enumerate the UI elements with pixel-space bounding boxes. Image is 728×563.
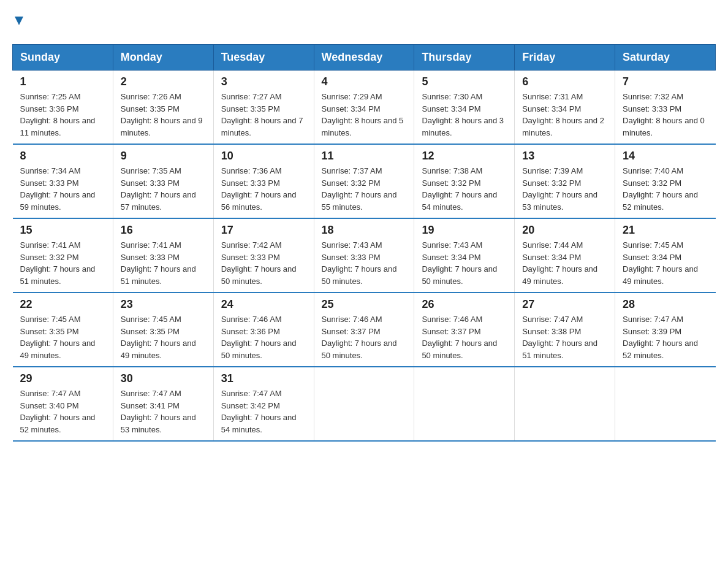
day-info: Sunrise: 7:35 AMSunset: 3:33 PMDaylight:… bbox=[121, 165, 206, 213]
day-number: 6 bbox=[522, 75, 607, 88]
day-info: Sunrise: 7:42 AMSunset: 3:33 PMDaylight:… bbox=[221, 239, 306, 287]
day-info: Sunrise: 7:41 AMSunset: 3:33 PMDaylight:… bbox=[121, 239, 206, 287]
day-number: 10 bbox=[221, 150, 306, 163]
calendar-cell: 24Sunrise: 7:46 AMSunset: 3:36 PMDayligh… bbox=[213, 293, 314, 367]
calendar-cell: 23Sunrise: 7:45 AMSunset: 3:35 PMDayligh… bbox=[113, 293, 213, 367]
day-number: 8 bbox=[20, 150, 105, 163]
calendar-cell: 19Sunrise: 7:43 AMSunset: 3:34 PMDayligh… bbox=[414, 218, 515, 293]
day-info: Sunrise: 7:47 AMSunset: 3:41 PMDaylight:… bbox=[121, 388, 206, 435]
calendar-cell: 3Sunrise: 7:27 AMSunset: 3:35 PMDaylight… bbox=[213, 71, 314, 145]
weekday-header-sunday: Sunday bbox=[13, 45, 113, 71]
day-info: Sunrise: 7:46 AMSunset: 3:37 PMDaylight:… bbox=[422, 313, 507, 361]
calendar-cell: 8Sunrise: 7:34 AMSunset: 3:33 PMDaylight… bbox=[13, 144, 113, 218]
calendar-cell: 22Sunrise: 7:45 AMSunset: 3:35 PMDayligh… bbox=[13, 293, 113, 367]
day-number: 27 bbox=[522, 298, 607, 311]
day-number: 14 bbox=[623, 150, 708, 163]
weekday-header-saturday: Saturday bbox=[615, 45, 716, 71]
calendar-cell: 9Sunrise: 7:35 AMSunset: 3:33 PMDaylight… bbox=[113, 144, 213, 218]
calendar-cell: 7Sunrise: 7:32 AMSunset: 3:33 PMDaylight… bbox=[615, 71, 716, 145]
calendar-cell: 17Sunrise: 7:42 AMSunset: 3:33 PMDayligh… bbox=[213, 218, 314, 293]
calendar-cell: 4Sunrise: 7:29 AMSunset: 3:34 PMDaylight… bbox=[314, 71, 414, 145]
day-info: Sunrise: 7:44 AMSunset: 3:34 PMDaylight:… bbox=[522, 239, 607, 287]
day-info: Sunrise: 7:47 AMSunset: 3:40 PMDaylight:… bbox=[20, 388, 105, 435]
day-info: Sunrise: 7:37 AMSunset: 3:32 PMDaylight:… bbox=[322, 165, 407, 213]
day-info: Sunrise: 7:41 AMSunset: 3:32 PMDaylight:… bbox=[20, 239, 105, 287]
calendar-cell: 15Sunrise: 7:41 AMSunset: 3:32 PMDayligh… bbox=[13, 218, 113, 293]
day-number: 15 bbox=[20, 224, 105, 237]
day-info: Sunrise: 7:34 AMSunset: 3:33 PMDaylight:… bbox=[20, 165, 105, 213]
day-number: 25 bbox=[322, 298, 407, 311]
calendar-cell bbox=[515, 367, 615, 441]
calendar-cell bbox=[414, 367, 515, 441]
weekday-header-wednesday: Wednesday bbox=[314, 45, 414, 71]
day-info: Sunrise: 7:29 AMSunset: 3:34 PMDaylight:… bbox=[322, 91, 407, 139]
day-info: Sunrise: 7:40 AMSunset: 3:32 PMDaylight:… bbox=[623, 165, 708, 213]
day-number: 16 bbox=[121, 224, 206, 237]
day-info: Sunrise: 7:36 AMSunset: 3:33 PMDaylight:… bbox=[221, 165, 306, 213]
calendar-cell: 21Sunrise: 7:45 AMSunset: 3:34 PMDayligh… bbox=[615, 218, 716, 293]
day-number: 5 bbox=[422, 75, 507, 88]
calendar-cell: 28Sunrise: 7:47 AMSunset: 3:39 PMDayligh… bbox=[615, 293, 716, 367]
calendar-cell: 14Sunrise: 7:40 AMSunset: 3:32 PMDayligh… bbox=[615, 144, 716, 218]
calendar-cell: 26Sunrise: 7:46 AMSunset: 3:37 PMDayligh… bbox=[414, 293, 515, 367]
day-number: 9 bbox=[121, 150, 206, 163]
day-info: Sunrise: 7:26 AMSunset: 3:35 PMDaylight:… bbox=[121, 91, 206, 139]
day-number: 2 bbox=[121, 75, 206, 88]
calendar-cell: 16Sunrise: 7:41 AMSunset: 3:33 PMDayligh… bbox=[113, 218, 213, 293]
weekday-header-monday: Monday bbox=[113, 45, 213, 71]
day-number: 12 bbox=[422, 150, 507, 163]
calendar-cell: 6Sunrise: 7:31 AMSunset: 3:34 PMDaylight… bbox=[515, 71, 615, 145]
day-number: 18 bbox=[322, 224, 407, 237]
calendar-cell: 12Sunrise: 7:38 AMSunset: 3:32 PMDayligh… bbox=[414, 144, 515, 218]
day-info: Sunrise: 7:45 AMSunset: 3:35 PMDaylight:… bbox=[121, 313, 206, 361]
day-info: Sunrise: 7:27 AMSunset: 3:35 PMDaylight:… bbox=[221, 91, 306, 139]
day-number: 13 bbox=[522, 150, 607, 163]
day-number: 4 bbox=[322, 75, 407, 88]
calendar-cell: 27Sunrise: 7:47 AMSunset: 3:38 PMDayligh… bbox=[515, 293, 615, 367]
calendar-cell bbox=[615, 367, 716, 441]
weekday-header-thursday: Thursday bbox=[414, 45, 515, 71]
day-number: 20 bbox=[522, 224, 607, 237]
day-info: Sunrise: 7:45 AMSunset: 3:35 PMDaylight:… bbox=[20, 313, 105, 361]
day-info: Sunrise: 7:25 AMSunset: 3:36 PMDaylight:… bbox=[20, 91, 105, 139]
calendar-week-row: 8Sunrise: 7:34 AMSunset: 3:33 PMDaylight… bbox=[13, 144, 716, 218]
calendar-cell: 5Sunrise: 7:30 AMSunset: 3:34 PMDaylight… bbox=[414, 71, 515, 145]
day-number: 31 bbox=[221, 372, 306, 385]
calendar-cell: 13Sunrise: 7:39 AMSunset: 3:32 PMDayligh… bbox=[515, 144, 615, 218]
calendar-week-row: 15Sunrise: 7:41 AMSunset: 3:32 PMDayligh… bbox=[13, 218, 716, 293]
day-number: 22 bbox=[20, 298, 105, 311]
page-header bbox=[12, 12, 716, 32]
calendar-table: SundayMondayTuesdayWednesdayThursdayFrid… bbox=[12, 44, 716, 442]
calendar-cell: 29Sunrise: 7:47 AMSunset: 3:40 PMDayligh… bbox=[13, 367, 113, 441]
svg-marker-0 bbox=[15, 17, 23, 25]
calendar-cell: 1Sunrise: 7:25 AMSunset: 3:36 PMDaylight… bbox=[13, 71, 113, 145]
day-number: 7 bbox=[623, 75, 708, 88]
calendar-cell: 20Sunrise: 7:44 AMSunset: 3:34 PMDayligh… bbox=[515, 218, 615, 293]
calendar-header-row: SundayMondayTuesdayWednesdayThursdayFrid… bbox=[13, 45, 716, 71]
day-number: 11 bbox=[322, 150, 407, 163]
day-info: Sunrise: 7:47 AMSunset: 3:39 PMDaylight:… bbox=[623, 313, 708, 361]
day-info: Sunrise: 7:30 AMSunset: 3:34 PMDaylight:… bbox=[422, 91, 507, 139]
day-info: Sunrise: 7:43 AMSunset: 3:33 PMDaylight:… bbox=[322, 239, 407, 287]
calendar-week-row: 1Sunrise: 7:25 AMSunset: 3:36 PMDaylight… bbox=[13, 71, 716, 145]
day-number: 3 bbox=[221, 75, 306, 88]
day-number: 29 bbox=[20, 372, 105, 385]
day-info: Sunrise: 7:47 AMSunset: 3:38 PMDaylight:… bbox=[522, 313, 607, 361]
day-info: Sunrise: 7:39 AMSunset: 3:32 PMDaylight:… bbox=[522, 165, 607, 213]
day-number: 1 bbox=[20, 75, 105, 88]
day-number: 21 bbox=[623, 224, 708, 237]
calendar-week-row: 22Sunrise: 7:45 AMSunset: 3:35 PMDayligh… bbox=[13, 293, 716, 367]
day-info: Sunrise: 7:31 AMSunset: 3:34 PMDaylight:… bbox=[522, 91, 607, 139]
calendar-cell: 11Sunrise: 7:37 AMSunset: 3:32 PMDayligh… bbox=[314, 144, 414, 218]
calendar-cell: 30Sunrise: 7:47 AMSunset: 3:41 PMDayligh… bbox=[113, 367, 213, 441]
day-info: Sunrise: 7:45 AMSunset: 3:34 PMDaylight:… bbox=[623, 239, 708, 287]
day-info: Sunrise: 7:46 AMSunset: 3:37 PMDaylight:… bbox=[322, 313, 407, 361]
calendar-cell: 18Sunrise: 7:43 AMSunset: 3:33 PMDayligh… bbox=[314, 218, 414, 293]
day-info: Sunrise: 7:38 AMSunset: 3:32 PMDaylight:… bbox=[422, 165, 507, 213]
day-info: Sunrise: 7:46 AMSunset: 3:36 PMDaylight:… bbox=[221, 313, 306, 361]
calendar-cell: 31Sunrise: 7:47 AMSunset: 3:42 PMDayligh… bbox=[213, 367, 314, 441]
day-number: 19 bbox=[422, 224, 507, 237]
day-info: Sunrise: 7:43 AMSunset: 3:34 PMDaylight:… bbox=[422, 239, 507, 287]
weekday-header-friday: Friday bbox=[515, 45, 615, 71]
calendar-cell: 2Sunrise: 7:26 AMSunset: 3:35 PMDaylight… bbox=[113, 71, 213, 145]
